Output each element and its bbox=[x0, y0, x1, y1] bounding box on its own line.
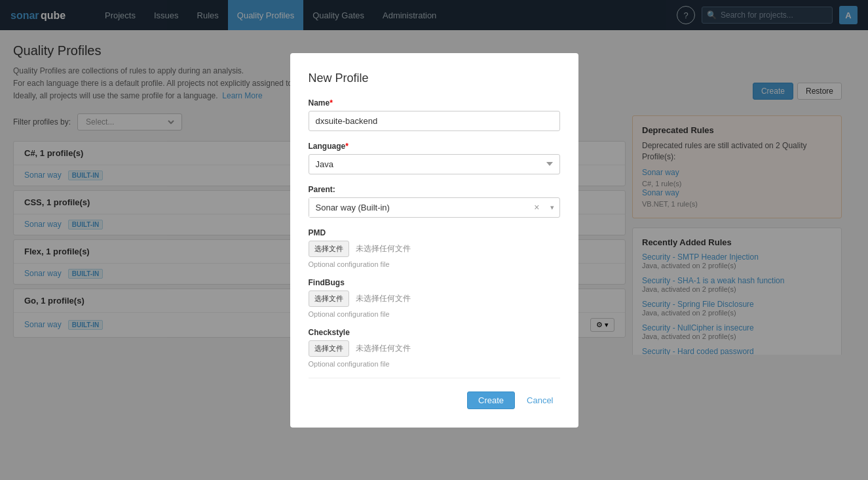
parent-input[interactable] bbox=[309, 198, 529, 217]
name-label: Name* bbox=[309, 98, 560, 108]
modal-title: New Profile bbox=[309, 71, 560, 85]
new-profile-modal: New Profile Name* Language* Java C# CSS … bbox=[290, 53, 578, 355]
pmd-label: PMD bbox=[309, 228, 560, 237]
checkstyle-file-button[interactable]: 选择文件 bbox=[309, 340, 349, 355]
name-form-group: Name* bbox=[309, 98, 560, 131]
checkstyle-file-name: 未选择任何文件 bbox=[356, 343, 411, 354]
name-required: * bbox=[330, 98, 333, 108]
language-form-group: Language* Java C# CSS Flex Go bbox=[309, 142, 560, 174]
parent-select-wrapper: × ▾ bbox=[309, 197, 560, 218]
name-input[interactable] bbox=[309, 111, 560, 131]
findbugs-section: FindBugs 选择文件 未选择任何文件 Optional configura… bbox=[309, 278, 560, 319]
findbugs-file-hint: Optional configuration file bbox=[309, 310, 390, 318]
pmd-file-row: 选择文件 未选择任何文件 bbox=[309, 241, 560, 257]
parent-label: Parent: bbox=[309, 185, 560, 194]
pmd-file-name: 未选择任何文件 bbox=[356, 243, 411, 254]
parent-clear-icon[interactable]: × bbox=[529, 202, 544, 212]
parent-form-group: Parent: × ▾ bbox=[309, 185, 560, 218]
language-required: * bbox=[345, 142, 349, 151]
modal-overlay[interactable]: New Profile Name* Language* Java C# CSS … bbox=[0, 0, 868, 355]
pmd-file-button[interactable]: 选择文件 bbox=[309, 241, 349, 257]
findbugs-label: FindBugs bbox=[309, 278, 560, 287]
pmd-file-hint: Optional configuration file bbox=[309, 260, 390, 268]
language-label: Language* bbox=[309, 142, 560, 151]
findbugs-file-button[interactable]: 选择文件 bbox=[309, 290, 349, 307]
findbugs-file-row: 选择文件 未选择任何文件 bbox=[309, 290, 560, 307]
findbugs-file-name: 未选择任何文件 bbox=[356, 293, 411, 304]
checkstyle-section: Checkstyle 选择文件 未选择任何文件 Optional configu… bbox=[309, 328, 560, 355]
pmd-section: PMD 选择文件 未选择任何文件 Optional configuration … bbox=[309, 228, 560, 269]
checkstyle-label: Checkstyle bbox=[309, 328, 560, 337]
language-select[interactable]: Java C# CSS Flex Go bbox=[309, 154, 560, 174]
parent-chevron-icon[interactable]: ▾ bbox=[545, 203, 559, 212]
checkstyle-file-row: 选择文件 未选择任何文件 bbox=[309, 340, 560, 355]
